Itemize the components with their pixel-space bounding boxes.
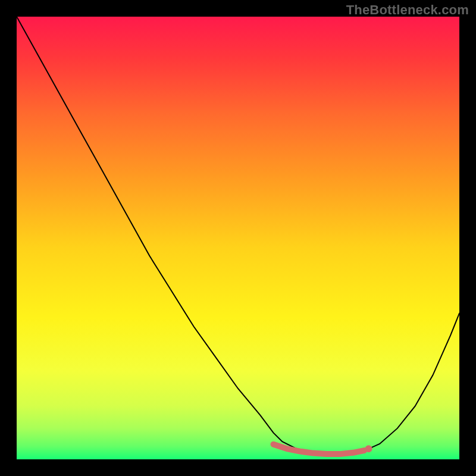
plot-area [17,17,459,459]
chart-container: TheBottleneck.com [0,0,476,476]
optimal-end-dot [365,445,372,452]
chart-svg [17,17,459,459]
watermark-text: TheBottleneck.com [346,2,469,18]
gradient-background [17,17,459,459]
